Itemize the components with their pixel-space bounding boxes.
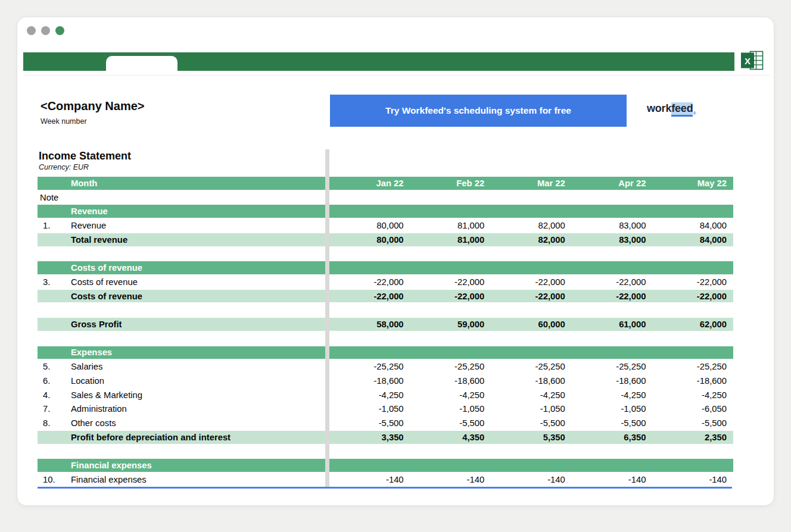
value-cell: -6,050 bbox=[652, 402, 733, 417]
row-note-cell bbox=[38, 331, 71, 346]
row-label-cell: Profit before depreciation and interest bbox=[71, 431, 329, 444]
row-label-cell: Costs of revenue bbox=[71, 275, 329, 289]
window-dot-2[interactable] bbox=[41, 26, 50, 35]
value-cell bbox=[491, 190, 572, 205]
row-note-cell bbox=[38, 247, 71, 261]
value-cell bbox=[572, 261, 653, 274]
value-cell bbox=[329, 346, 410, 359]
logo-feed-text: feed bbox=[671, 102, 693, 117]
value-cell: 2,350 bbox=[652, 431, 733, 444]
row-note-cell bbox=[38, 445, 71, 459]
sheet-row: Gross Profit58,00059,00060,00061,00062,0… bbox=[38, 317, 733, 331]
sheet-row: 6.Location-18,600-18,600-18,600-18,600-1… bbox=[38, 374, 733, 388]
value-cell: -140 bbox=[491, 472, 572, 487]
value-cell: -22,000 bbox=[652, 290, 733, 303]
value-cell bbox=[410, 445, 491, 459]
value-cell: 60,000 bbox=[491, 318, 572, 331]
row-label-cell: Expenses bbox=[71, 346, 329, 359]
window-dot-active[interactable] bbox=[55, 26, 64, 35]
value-cell bbox=[410, 190, 491, 205]
value-cell: -5,500 bbox=[491, 416, 572, 430]
value-cell: -22,000 bbox=[572, 290, 653, 303]
row-label-cell: Revenue bbox=[71, 218, 329, 233]
value-cell: 62,000 bbox=[652, 318, 733, 331]
row-note-cell: 3. bbox=[38, 275, 71, 289]
value-cell bbox=[410, 459, 491, 472]
value-cell: -1,050 bbox=[410, 402, 491, 417]
row-note-cell: Note bbox=[38, 190, 71, 205]
row-label-cell bbox=[71, 331, 329, 346]
value-cell bbox=[329, 459, 410, 472]
row-note-cell: 8. bbox=[38, 416, 71, 430]
value-cell: -22,000 bbox=[491, 290, 572, 303]
row-label-cell bbox=[71, 247, 329, 261]
row-label-cell: Salaries bbox=[71, 359, 329, 374]
sheet-row: Total revenue80,00081,00082,00083,00084,… bbox=[38, 233, 733, 247]
cta-button[interactable]: Try Workfeed's scheduling system for fre… bbox=[330, 95, 627, 127]
value-cell bbox=[572, 205, 653, 218]
sheet-row: Costs of revenue-22,000-22,000-22,000-22… bbox=[38, 289, 733, 303]
spacer-row bbox=[38, 445, 733, 459]
value-cell: -140 bbox=[572, 472, 653, 487]
value-cell: 84,000 bbox=[652, 218, 733, 233]
company-name: <Company Name> bbox=[41, 99, 145, 113]
value-cell: 6,350 bbox=[572, 431, 653, 444]
value-cell: -25,250 bbox=[329, 359, 410, 374]
value-cell bbox=[652, 261, 733, 274]
value-cell bbox=[572, 303, 653, 317]
value-cell bbox=[491, 303, 572, 317]
value-cell bbox=[652, 445, 733, 459]
row-note-cell bbox=[38, 261, 71, 274]
value-cell: -4,250 bbox=[491, 388, 572, 402]
row-note-cell bbox=[38, 177, 71, 190]
value-cell: -25,250 bbox=[652, 359, 733, 374]
value-cell bbox=[572, 331, 653, 346]
value-cell: -5,500 bbox=[410, 416, 491, 430]
value-cell bbox=[491, 261, 572, 274]
value-cell: Mar 22 bbox=[491, 177, 572, 190]
value-cell: -1,050 bbox=[572, 402, 653, 417]
window-dot-1[interactable] bbox=[27, 26, 36, 35]
value-cell: 80,000 bbox=[329, 218, 410, 233]
row-note-cell bbox=[38, 205, 71, 218]
value-cell bbox=[491, 205, 572, 218]
value-cell bbox=[572, 459, 653, 472]
sheet-row: 4.Sales & Marketing-4,250-4,250-4,250-4,… bbox=[38, 388, 733, 402]
value-cell: -5,500 bbox=[572, 416, 653, 430]
value-cell: May 22 bbox=[652, 177, 733, 190]
value-cell: -22,000 bbox=[572, 275, 653, 289]
value-cell bbox=[410, 261, 491, 274]
value-cell: -18,600 bbox=[652, 374, 733, 388]
value-cell: -4,250 bbox=[652, 388, 733, 402]
value-cell bbox=[329, 247, 410, 261]
value-cell: 83,000 bbox=[572, 218, 653, 233]
excel-icon: X bbox=[741, 51, 764, 71]
sheet-row: 7.Administration-1,050-1,050-1,050-1,050… bbox=[38, 402, 733, 417]
value-cell bbox=[572, 445, 653, 459]
value-cell bbox=[652, 190, 733, 205]
sheet-row: Note bbox=[38, 190, 733, 205]
logo-work-text: work bbox=[647, 102, 671, 114]
value-cell: -22,000 bbox=[491, 275, 572, 289]
value-cell: -18,600 bbox=[491, 374, 572, 388]
sheet-row: Profit before depreciation and interest3… bbox=[38, 430, 733, 445]
row-label-cell: Costs of revenue bbox=[71, 290, 329, 303]
value-cell: 61,000 bbox=[572, 318, 653, 331]
row-label-cell: Financial expenses bbox=[71, 472, 329, 487]
value-cell bbox=[329, 190, 410, 205]
workfeed-logo[interactable]: workfeed® bbox=[647, 102, 696, 115]
value-cell: -4,250 bbox=[572, 388, 653, 402]
row-label-cell: Financial expenses bbox=[71, 459, 329, 472]
traffic-lights bbox=[27, 26, 64, 35]
value-cell bbox=[329, 445, 410, 459]
value-cell: -18,600 bbox=[572, 374, 653, 388]
value-cell bbox=[652, 247, 733, 261]
value-cell: -22,000 bbox=[652, 275, 733, 289]
active-sheet-tab[interactable] bbox=[106, 56, 177, 71]
registered-mark: ® bbox=[693, 111, 696, 115]
value-cell: -140 bbox=[410, 472, 491, 487]
value-cell: 4,350 bbox=[410, 431, 491, 444]
value-cell bbox=[329, 261, 410, 274]
value-cell: -140 bbox=[329, 472, 410, 487]
row-label-cell: Month bbox=[71, 177, 329, 190]
